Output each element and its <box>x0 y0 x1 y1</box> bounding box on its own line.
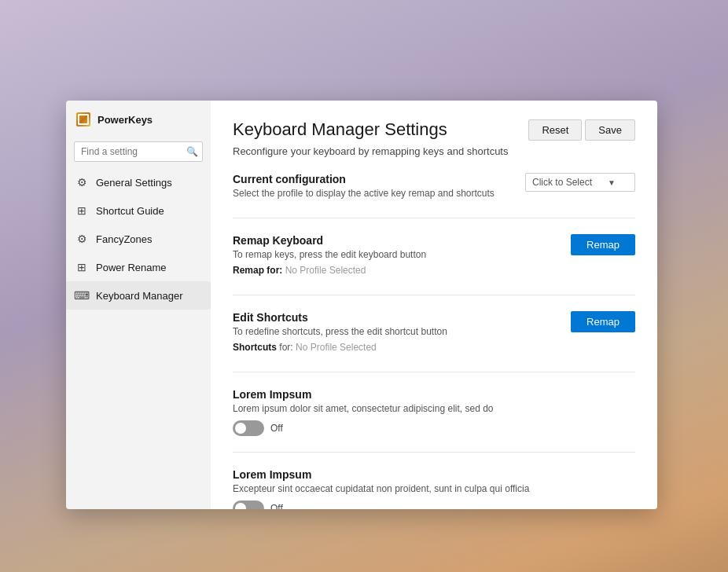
section-desc: Lorem ipsum dolor sit amet, consectetur … <box>233 403 635 414</box>
remap-for-strong: Remap for: <box>233 265 282 276</box>
no-profile-label: No Profile Selected <box>296 342 377 353</box>
toggle-row: Off <box>233 420 635 436</box>
sidebar-item-label: Shortcut Guide <box>96 205 164 217</box>
section-desc: To remap keys, press the edit keyboard b… <box>233 249 426 260</box>
chevron-down-icon: ▼ <box>608 178 616 187</box>
lorem2-toggle[interactable] <box>233 500 264 509</box>
section-header: Current configuration Select the profile… <box>233 173 635 199</box>
grid-icon: ⊞ <box>75 261 88 273</box>
sidebar: PowerKeys 🔍 ⚙ General Settings ⊞ Shortcu… <box>66 101 211 509</box>
header-buttons: Reset Save <box>528 119 635 141</box>
section-title: Remap Keyboard <box>233 234 426 247</box>
search-input[interactable] <box>74 141 203 162</box>
main-panel: Keyboard Manager Settings Reset Save Rec… <box>211 101 657 509</box>
search-icon: 🔍 <box>186 146 198 157</box>
sidebar-item-shortcut-guide[interactable]: ⊞ Shortcut Guide <box>66 196 211 225</box>
sidebar-nav: ⚙ General Settings ⊞ Shortcut Guide ⚙ Fa… <box>66 168 211 509</box>
page-title: Keyboard Manager Settings <box>233 119 447 140</box>
remap-for-label: Remap for: No Profile Selected <box>233 265 426 276</box>
section-lorem2: Lorem Impsum Excepteur sint occaecat cup… <box>233 468 635 509</box>
section-edit-shortcuts: Edit Shortcuts To redefine shortcuts, pr… <box>233 311 635 372</box>
profile-dropdown[interactable]: Click to Select ▼ <box>525 173 635 192</box>
section-text: Current configuration Select the profile… <box>233 173 495 199</box>
sidebar-item-label: General Settings <box>96 177 172 189</box>
section-header: Edit Shortcuts To redefine shortcuts, pr… <box>233 311 635 353</box>
app-icon <box>75 112 91 127</box>
section-text: Remap Keyboard To remap keys, press the … <box>233 234 426 276</box>
search-container: 🔍 <box>74 141 203 162</box>
no-profile-label: No Profile Selected <box>285 265 366 276</box>
section-title: Lorem Impsum <box>233 468 635 481</box>
sidebar-item-power-rename[interactable]: ⊞ Power Rename <box>66 253 211 281</box>
section-lorem1: Lorem Impsum Lorem ipsum dolor sit amet,… <box>233 388 635 453</box>
lorem1-toggle[interactable] <box>233 420 264 436</box>
sidebar-header: PowerKeys <box>66 101 211 138</box>
grid-icon: ⊞ <box>75 204 88 217</box>
page-subtitle: Reconfigure your keyboard by remapping k… <box>233 145 635 157</box>
app-window: PowerKeys 🔍 ⚙ General Settings ⊞ Shortcu… <box>66 101 657 509</box>
reset-button[interactable]: Reset <box>528 119 582 141</box>
sidebar-item-general[interactable]: ⚙ General Settings <box>66 168 211 196</box>
sidebar-item-label: Power Rename <box>96 262 167 273</box>
gear-icon: ⚙ <box>75 176 88 189</box>
sidebar-item-keyboard-manager[interactable]: ⌨ Keyboard Manager <box>66 281 211 310</box>
shortcuts-strong: Shortcuts <box>233 342 277 353</box>
shortcuts-for-label: Shortcuts for: No Profile Selected <box>233 342 447 353</box>
section-remap-keyboard: Remap Keyboard To remap keys, press the … <box>233 234 635 295</box>
section-text: Edit Shortcuts To redefine shortcuts, pr… <box>233 311 447 353</box>
section-header: Remap Keyboard To remap keys, press the … <box>233 234 635 276</box>
remap-shortcuts-button[interactable]: Remap <box>571 311 635 332</box>
gear-icon: ⚙ <box>75 233 88 245</box>
dropdown-label: Click to Select <box>532 177 592 188</box>
toggle-label: Off <box>270 503 283 509</box>
keyboard-icon: ⌨ <box>75 289 88 302</box>
sidebar-item-label: FancyZones <box>96 233 153 245</box>
for-word: for: <box>279 342 292 353</box>
sidebar-item-fancyzones[interactable]: ⚙ FancyZones <box>66 225 211 253</box>
section-title: Lorem Impsum <box>233 388 635 401</box>
section-desc: Select the profile to display the active… <box>233 188 495 199</box>
section-title: Current configuration <box>233 173 495 185</box>
section-title: Edit Shortcuts <box>233 311 447 324</box>
section-current-config: Current configuration Select the profile… <box>233 173 635 218</box>
save-button[interactable]: Save <box>585 119 635 141</box>
app-name: PowerKeys <box>97 114 153 126</box>
section-desc: To redefine shortcuts, press the edit sh… <box>233 326 447 337</box>
toggle-label: Off <box>270 423 283 434</box>
app-icon-img <box>76 112 90 126</box>
toggle-row: Off <box>233 500 635 509</box>
section-desc: Excepteur sint occaecat cupidatat non pr… <box>233 483 635 494</box>
sidebar-item-label: Keyboard Manager <box>96 290 183 302</box>
main-header: Keyboard Manager Settings Reset Save <box>233 119 635 141</box>
remap-keyboard-button[interactable]: Remap <box>571 234 635 255</box>
